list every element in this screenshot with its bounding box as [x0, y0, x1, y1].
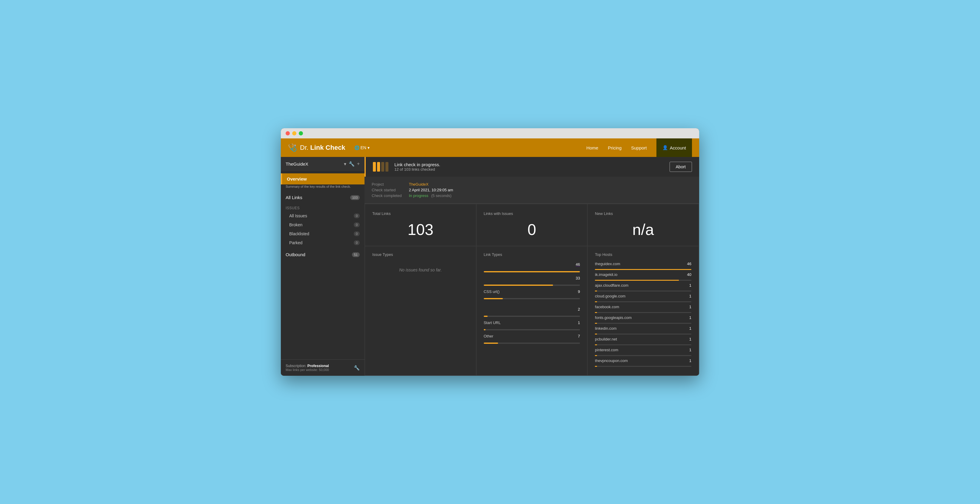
outbound-count: 51 [352, 252, 360, 257]
progress-bars [373, 162, 388, 172]
host-bar-bg [595, 301, 691, 302]
link-type-item: CSS url() 9 [484, 289, 580, 299]
link-type-name: Start URL [484, 321, 570, 325]
host-item: ik.imagekit.io 40 [595, 272, 691, 281]
nav-support[interactable]: Support [631, 145, 647, 150]
nav-home[interactable]: Home [586, 145, 598, 150]
host-bar-bg [595, 366, 691, 367]
stats-row: Total Links 103 Links with Issues 0 New … [365, 204, 698, 246]
link-type-name: CSS url() [484, 289, 570, 294]
link-types-title: Link Types [484, 252, 580, 257]
host-bar-bg [595, 323, 691, 324]
top-hosts-list: theguidex.com 46 ik.imagekit.io 40 ajax.… [595, 262, 691, 367]
subscription-text: Subscription: Professional [286, 364, 329, 368]
content-area: Link check in progress. 12 of 103 links … [364, 157, 699, 376]
info-section: Project TheGuideX Check started 2 April … [364, 177, 699, 204]
stat-links-issues: Links with Issues 0 [477, 204, 587, 246]
link-types-card: Link Types 46 33 CSS url() 9 [477, 246, 587, 375]
progress-bar-1 [373, 162, 376, 172]
link-type-name: Other [484, 334, 570, 338]
sidebar-item-blacklisted[interactable]: Blacklisted 0 [281, 229, 364, 238]
nav-pricing[interactable]: Pricing [608, 145, 622, 150]
link-type-bar [484, 343, 498, 344]
maximize-button[interactable] [299, 131, 303, 136]
host-name: fonts.googleapis.com [595, 315, 682, 320]
nav-account[interactable]: 👤 Account [656, 139, 692, 157]
host-item: theguidex.com 46 [595, 262, 691, 270]
link-type-count: 33 [573, 276, 580, 281]
sidebar-header: TheGuideX ▾ 🔧 + [281, 157, 364, 171]
sidebar-item-all-links[interactable]: All Links 103 [281, 192, 364, 203]
dropdown-icon[interactable]: ▾ [344, 161, 346, 167]
host-bar [595, 366, 597, 367]
max-links-text: Max links per website: 50,000 [286, 368, 329, 372]
links-issues-value: 0 [484, 221, 580, 239]
no-issues-text: No issues found so far. [372, 262, 469, 278]
host-name: thevpncoupon.com [595, 359, 682, 363]
main-layout: TheGuideX ▾ 🔧 + Overview Summary of the … [281, 157, 699, 376]
host-item: linkedin.com 1 [595, 326, 691, 335]
sidebar-item-broken[interactable]: Broken 0 [281, 220, 364, 229]
sidebar-item-outbound[interactable]: Outbound 51 [281, 249, 364, 260]
link-type-bar-bg [484, 271, 580, 272]
host-count: 1 [686, 359, 691, 363]
link-type-bar [484, 271, 580, 272]
sidebar-nav: Overview Summary of the key results of t… [281, 171, 364, 359]
stat-new-links: New Links n/a [588, 204, 698, 246]
progress-bar-2 [377, 162, 380, 172]
link-type-item: 46 [484, 262, 580, 272]
issues-section-title: Issues [281, 203, 364, 211]
host-bar [595, 345, 597, 345]
check-completed-label: Check completed [372, 193, 402, 198]
issue-types-title: Issue Types [372, 252, 469, 257]
link-type-bar-bg [484, 316, 580, 317]
progress-main-text: Link check in progress. [395, 162, 663, 167]
sidebar-project-name: TheGuideX [286, 161, 342, 166]
footer-settings-icon[interactable]: 🔧 [354, 365, 360, 371]
close-button[interactable] [286, 131, 290, 136]
project-value: TheGuideX [409, 182, 692, 187]
link-type-bar-bg [484, 298, 580, 299]
host-name: ik.imagekit.io [595, 272, 682, 277]
project-label: Project [372, 182, 402, 187]
host-bar [595, 301, 597, 302]
all-links-label: All Links [286, 195, 302, 200]
top-hosts-card: Top Hosts theguidex.com 46 ik.imagekit.i… [588, 246, 698, 375]
sidebar-item-parked[interactable]: Parked 0 [281, 238, 364, 247]
link-type-count: 9 [573, 289, 580, 294]
host-count: 1 [686, 315, 691, 320]
sidebar-footer: Subscription: Professional Max links per… [281, 359, 364, 376]
lang-selector[interactable]: 🌐 EN ▾ [354, 145, 369, 150]
parked-label: Parked [289, 240, 302, 245]
host-count: 46 [686, 262, 691, 266]
settings-icon[interactable]: 🔧 [349, 161, 355, 167]
person-icon: 👤 [662, 145, 668, 150]
progress-sub-text: 12 of 103 links checked [395, 167, 663, 172]
sidebar: TheGuideX ▾ 🔧 + Overview Summary of the … [281, 157, 364, 376]
host-name: cloud.google.com [595, 294, 682, 298]
sidebar-item-overview[interactable]: Overview [281, 173, 364, 185]
host-item: cloud.google.com 1 [595, 294, 691, 302]
host-item: ajax.cloudflare.com 1 [595, 283, 691, 292]
all-issues-label: All Issues [289, 214, 307, 218]
link-type-count: 1 [573, 321, 580, 325]
host-bar [595, 333, 597, 335]
minimize-button[interactable] [292, 131, 296, 136]
new-links-title: New Links [595, 211, 691, 216]
host-name: theguidex.com [595, 262, 682, 266]
progress-bar-4 [385, 162, 388, 172]
check-started-value: 2 April 2021, 10:29:05 am [409, 188, 692, 192]
add-icon[interactable]: + [357, 161, 360, 167]
host-item: thevpncoupon.com 1 [595, 359, 691, 367]
abort-button[interactable]: Abort [670, 162, 692, 172]
host-bar-bg [595, 333, 691, 335]
all-links-count: 103 [350, 195, 360, 200]
host-count: 1 [686, 305, 691, 309]
links-issues-title: Links with Issues [484, 211, 580, 216]
broken-count: 0 [354, 222, 360, 227]
progress-bar-3 [381, 162, 384, 172]
host-count: 1 [686, 348, 691, 352]
sidebar-item-all-issues[interactable]: All Issues 0 [281, 211, 364, 220]
link-type-bar [484, 285, 553, 286]
top-hosts-title: Top Hosts [595, 252, 691, 257]
